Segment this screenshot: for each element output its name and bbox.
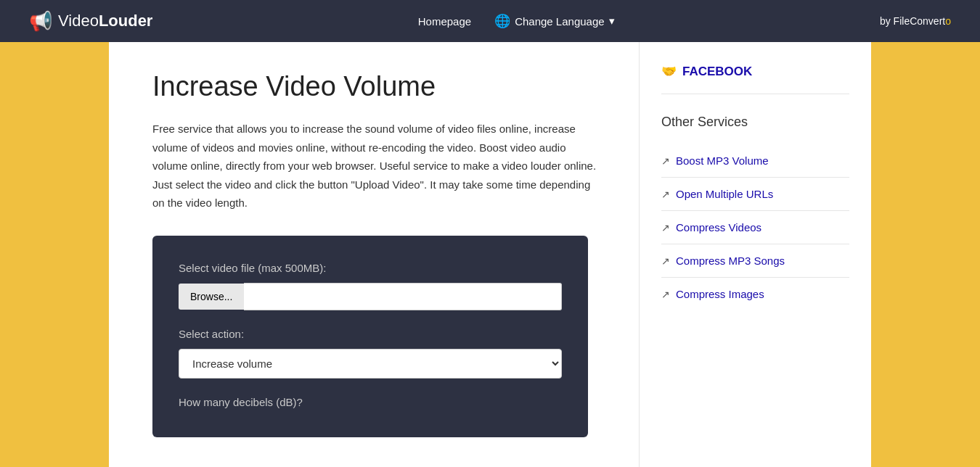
- external-link-icon: ↗: [661, 189, 670, 200]
- sidebar: 🤝 FACEBOOK Other Services ↗Boost MP3 Vol…: [639, 42, 871, 467]
- service-link[interactable]: ↗Compress Images: [661, 278, 849, 310]
- outer-wrapper: Increase Video Volume Free service that …: [0, 42, 980, 467]
- other-services-title: Other Services: [661, 115, 849, 130]
- external-link-icon: ↗: [661, 255, 670, 267]
- right-panel: [871, 42, 980, 467]
- logo-text: VideoLouder: [58, 12, 152, 30]
- service-label: Compress MP3 Songs: [676, 255, 785, 267]
- upload-box: Select video file (max 500MB): Browse...…: [152, 236, 588, 437]
- services-list: ↗Boost MP3 Volume↗Open Multiple URLs↗Com…: [661, 144, 849, 310]
- homepage-link[interactable]: Homepage: [418, 15, 471, 28]
- file-name-input[interactable]: [244, 283, 562, 310]
- upload-label: Select video file (max 500MB):: [179, 262, 562, 274]
- service-label: Compress Videos: [676, 221, 761, 233]
- service-label: Boost MP3 Volume: [676, 154, 769, 167]
- brand-highlight: o: [945, 15, 951, 27]
- left-panel: [0, 42, 109, 467]
- action-select[interactable]: Increase volume Decrease volume: [179, 349, 562, 379]
- file-input-row: Browse...: [179, 283, 562, 310]
- language-selector[interactable]: 🌐 Change Language ▾: [494, 13, 614, 29]
- external-link-icon: ↗: [661, 289, 670, 300]
- page-title: Increase Video Volume: [152, 71, 603, 102]
- content-area: Increase Video Volume Free service that …: [109, 42, 639, 467]
- external-link-icon: ↗: [661, 155, 670, 167]
- browse-button[interactable]: Browse...: [179, 284, 244, 310]
- logo-video: Video: [58, 12, 99, 30]
- service-label: Open Multiple URLs: [676, 188, 773, 200]
- header: 📢 VideoLouder Homepage 🌐 Change Language…: [0, 0, 980, 42]
- action-label: Select action:: [179, 328, 562, 340]
- facebook-link[interactable]: 🤝 FACEBOOK: [661, 64, 849, 94]
- service-label: Compress Images: [676, 288, 764, 300]
- brand-text: by FileConverto: [880, 15, 951, 27]
- page-description: Free service that allows you to increase…: [152, 120, 603, 212]
- facebook-icon: 🤝: [661, 64, 677, 79]
- language-label: Change Language: [515, 15, 604, 28]
- decibels-label: How many decibels (dB)?: [179, 396, 562, 408]
- external-link-icon: ↗: [661, 222, 670, 233]
- globe-icon: 🌐: [494, 13, 510, 29]
- main-layout: Increase Video Volume Free service that …: [109, 42, 871, 467]
- service-link[interactable]: ↗Open Multiple URLs: [661, 178, 849, 211]
- facebook-label: FACEBOOK: [682, 65, 752, 79]
- header-nav: Homepage 🌐 Change Language ▾: [418, 13, 615, 29]
- service-link[interactable]: ↗Compress Videos: [661, 211, 849, 244]
- logo-icon: 📢: [29, 10, 52, 33]
- logo-louder: Louder: [99, 12, 153, 30]
- service-link[interactable]: ↗Compress MP3 Songs: [661, 244, 849, 278]
- logo-link[interactable]: 📢 VideoLouder: [29, 10, 152, 33]
- service-link[interactable]: ↗Boost MP3 Volume: [661, 144, 849, 178]
- dropdown-icon: ▾: [609, 15, 615, 28]
